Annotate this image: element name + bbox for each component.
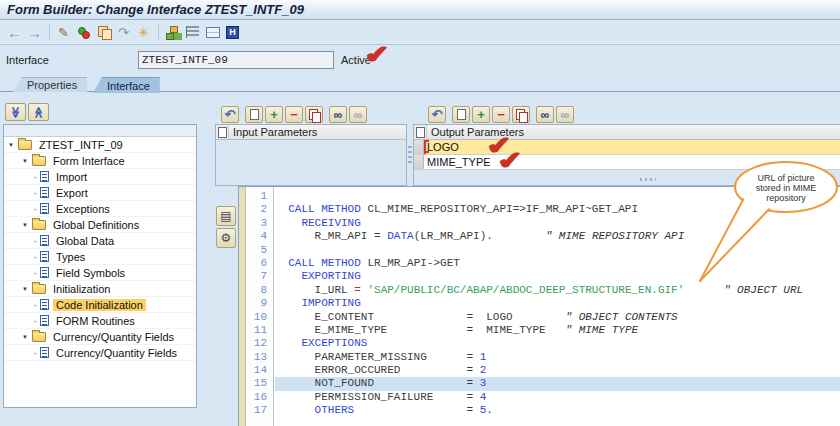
input-parameters-toolbar: ↶+−∞∞: [221, 106, 369, 123]
tree-item-label: Global Data: [53, 235, 117, 247]
code-text: PARAMETER_MISSING = 1: [275, 351, 840, 364]
form-layout-icon[interactable]: [183, 23, 202, 41]
hierarchy-icon[interactable]: [163, 23, 182, 41]
transport-icon: ↷: [118, 25, 129, 40]
tree-item-form-routines[interactable]: ·FORM Routines: [4, 313, 196, 329]
tree-item-field-symbols[interactable]: ·Field Symbols: [4, 265, 196, 281]
undo-icon[interactable]: ↶: [428, 106, 446, 123]
delete-row-icon[interactable]: −: [492, 106, 510, 123]
code-line-13[interactable]: 13 PARAMETER_MISSING = 1: [239, 351, 840, 364]
tab-properties[interactable]: Properties: [13, 77, 87, 92]
tab-interface[interactable]: Interface: [93, 77, 160, 93]
parameter-list-icon: [216, 125, 229, 139]
copy-rows-icon: [309, 109, 320, 121]
row-selector-cell[interactable]: [414, 155, 424, 169]
line-number: 12: [239, 337, 275, 350]
pretty-printer-button[interactable]: ⚙: [216, 228, 236, 248]
code-line-10[interactable]: 10 E_CONTENT = LOGO " OBJECT CONTENTS: [239, 311, 840, 324]
vertical-splitter-handle[interactable]: [408, 146, 412, 164]
check-icon[interactable]: [74, 23, 93, 41]
code-text: ERROR_OCCURED = 2: [275, 364, 840, 377]
insert-row-icon: +: [477, 107, 485, 122]
line-number: 3: [239, 217, 275, 230]
code-line-9[interactable]: 9 IMPORTING: [239, 297, 840, 310]
information-icon[interactable]: H: [223, 23, 242, 41]
insert-row-icon[interactable]: +: [472, 106, 490, 123]
nav-forward-icon[interactable]: →: [25, 23, 44, 41]
tree-item-label: ZTEST_INTF_09: [36, 139, 126, 151]
find-icon[interactable]: ∞: [536, 106, 554, 123]
code-line-11[interactable]: 11 E_MIME_TYPE = MIME_TYPE " MIME TYPE: [239, 324, 840, 337]
code-line-17[interactable]: 17 OTHERS = 5.: [239, 404, 840, 417]
insert-row-icon[interactable]: +: [265, 106, 283, 123]
line-number: 5: [239, 244, 275, 257]
transport-icon[interactable]: ↷: [114, 23, 133, 41]
find-next-icon[interactable]: ∞: [556, 106, 574, 123]
tree-item-global-definitions[interactable]: ▼Global Definitions: [4, 217, 196, 233]
row-selector-cell[interactable]: [414, 140, 424, 154]
code-text: IMPORTING: [275, 297, 840, 310]
interface-input[interactable]: [138, 51, 334, 69]
tree-item-currency-quantity-fields[interactable]: ·Currency/Quantity Fields: [4, 345, 196, 361]
find-icon[interactable]: ∞: [329, 106, 347, 123]
navigation-tree-panel: ▼ZTEST_INTF_09▼Form Interface·Import·Exp…: [3, 124, 197, 408]
code-line-14[interactable]: 14 ERROR_OCCURED = 2: [239, 364, 840, 377]
create-row-icon[interactable]: [245, 106, 263, 123]
code-line-15[interactable]: 15 NOT_FOUND = 3: [239, 377, 840, 390]
line-number: 14: [239, 364, 275, 377]
information-icon: H: [226, 26, 239, 39]
folder-icon: [32, 156, 46, 166]
tree-item-ztest-intf-09[interactable]: ▼ZTEST_INTF_09: [4, 137, 196, 153]
display-change-icon[interactable]: ✎: [54, 23, 73, 41]
tree-item-exceptions[interactable]: ·Exceptions: [4, 201, 196, 217]
line-number: 8: [239, 284, 275, 297]
document-icon: [40, 299, 49, 310]
leaf-bullet: ·: [30, 315, 40, 327]
pretty-printer-icon: ⚙: [221, 231, 232, 245]
collapse-all-icon: ≫: [9, 106, 22, 118]
tree-item-form-interface[interactable]: ▼Form Interface: [4, 153, 196, 169]
form-builder-window: Form Builder: Change Interface ZTEST_INT…: [0, 0, 840, 426]
delete-row-icon[interactable]: −: [285, 106, 303, 123]
tree-item-export[interactable]: ·Export: [4, 185, 196, 201]
line-number: 9: [239, 297, 275, 310]
expander-icon[interactable]: ▼: [22, 286, 32, 292]
code-line-16[interactable]: 16 PERMISSION_FAILURE = 4: [239, 391, 840, 404]
copy-form-icon[interactable]: [94, 23, 113, 41]
callout-text-line1: URL of picture: [757, 173, 814, 183]
expander-icon[interactable]: ▼: [22, 222, 32, 228]
find-next-icon: ∞: [561, 108, 570, 122]
table-view-icon[interactable]: [203, 23, 222, 41]
tree-item-currency-quantity-fields[interactable]: ▼Currency/Quantity Fields: [4, 329, 196, 345]
collapse-all-button[interactable]: ≫: [5, 103, 26, 121]
main-toolbar: ←→✎↷✳H: [0, 20, 840, 45]
title-bar: Form Builder: Change Interface ZTEST_INT…: [0, 0, 840, 20]
expander-icon[interactable]: ▼: [22, 334, 32, 340]
tree-item-global-data[interactable]: ·Global Data: [4, 233, 196, 249]
undo-icon[interactable]: ↶: [221, 106, 239, 123]
tree-item-label: Form Interface: [50, 155, 128, 167]
copy-form-icon: [98, 26, 110, 38]
find-next-icon[interactable]: ∞: [349, 106, 367, 123]
line-number: 2: [239, 203, 275, 216]
tree-item-import[interactable]: ·Import: [4, 169, 196, 185]
expand-all-button[interactable]: ≫: [28, 103, 49, 121]
copy-rows-icon[interactable]: [305, 106, 323, 123]
tree-item-initialization[interactable]: ▼Initialization: [4, 281, 196, 297]
line-number: 17: [239, 404, 275, 417]
editor-outline-button[interactable]: ▤: [216, 206, 236, 226]
pattern-icon[interactable]: ✳: [134, 23, 153, 41]
expander-icon[interactable]: ▼: [8, 142, 18, 148]
copy-rows-icon[interactable]: [512, 106, 530, 123]
code-line-12[interactable]: 12 EXCEPTIONS: [239, 337, 840, 350]
leaf-bullet: ·: [30, 347, 40, 359]
tree-item-types[interactable]: ·Types: [4, 249, 196, 265]
tree-item-code-initialization[interactable]: ·Code Initialization: [4, 297, 196, 313]
leaf-bullet: ·: [30, 187, 40, 199]
nav-back-icon[interactable]: ←: [5, 23, 24, 41]
create-row-icon[interactable]: [452, 106, 470, 123]
line-number: 16: [239, 391, 275, 404]
expander-icon[interactable]: ▼: [22, 158, 32, 164]
line-number: 15: [239, 377, 275, 390]
input-parameters-header: Input Parameters: [216, 125, 406, 140]
